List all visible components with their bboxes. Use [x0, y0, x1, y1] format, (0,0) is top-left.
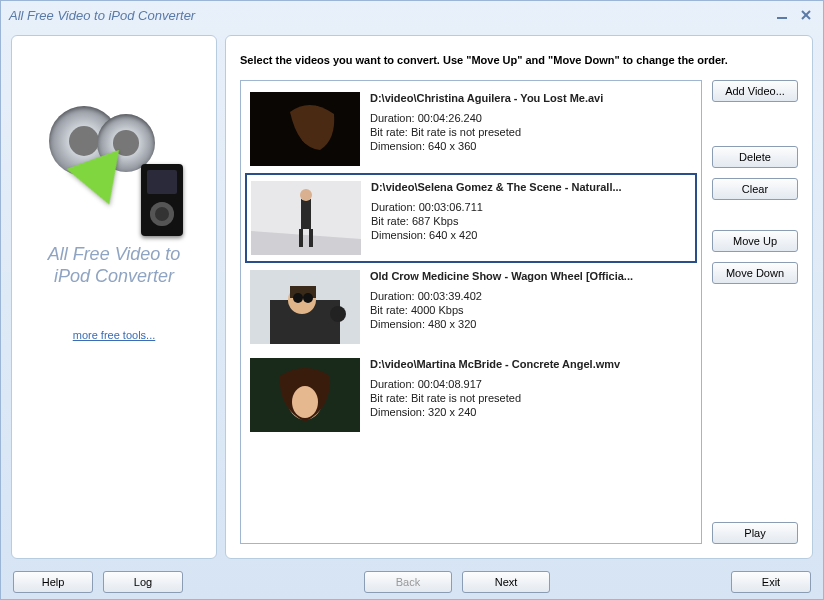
video-thumbnail: [250, 92, 360, 166]
video-list[interactable]: D:\video\Christina Aguilera - You Lost M…: [240, 80, 702, 544]
video-dimension: Dimension: 320 x 240: [370, 406, 692, 418]
video-bitrate: Bit rate: Bit rate is not preseted: [370, 126, 692, 138]
svg-point-20: [292, 386, 318, 418]
app-window: All Free Video to iPod Converter All Fre…: [0, 0, 824, 600]
video-bitrate: Bit rate: Bit rate is not preseted: [370, 392, 692, 404]
video-item[interactable]: D:\video\Selena Gomez & The Scene - Natu…: [245, 173, 697, 263]
next-button[interactable]: Next: [462, 571, 550, 593]
svg-rect-0: [777, 17, 787, 19]
video-duration: Duration: 00:03:39.402: [370, 290, 692, 302]
side-buttons: Add Video... Delete Clear Move Up Move D…: [712, 80, 798, 544]
video-item[interactable]: D:\video\Martina McBride - Concrete Ange…: [245, 351, 697, 439]
video-item[interactable]: D:\video\Christina Aguilera - You Lost M…: [245, 85, 697, 173]
move-down-button[interactable]: Move Down: [712, 262, 798, 284]
back-button[interactable]: Back: [364, 571, 452, 593]
app-logo-icon: [39, 96, 189, 236]
main-panel: Select the videos you want to convert. U…: [225, 35, 813, 559]
play-button[interactable]: Play: [712, 522, 798, 544]
help-button[interactable]: Help: [13, 571, 93, 593]
video-duration: Duration: 00:03:06.711: [371, 201, 691, 213]
video-title: D:\video\Christina Aguilera - You Lost M…: [370, 92, 692, 104]
clear-button[interactable]: Clear: [712, 178, 798, 200]
video-thumbnail: [250, 358, 360, 432]
svg-point-15: [293, 293, 303, 303]
video-title: Old Crow Medicine Show - Wagon Wheel [Of…: [370, 270, 692, 282]
titlebar: All Free Video to iPod Converter: [1, 1, 823, 29]
window-title: All Free Video to iPod Converter: [9, 8, 195, 23]
delete-button[interactable]: Delete: [712, 146, 798, 168]
app-name: All Free Video to iPod Converter: [48, 244, 181, 287]
close-icon[interactable]: [797, 7, 815, 23]
video-item[interactable]: Old Crow Medicine Show - Wagon Wheel [Of…: [245, 263, 697, 351]
video-title: D:\video\Martina McBride - Concrete Ange…: [370, 358, 692, 370]
minimize-icon[interactable]: [773, 7, 791, 23]
svg-point-16: [303, 293, 313, 303]
video-duration: Duration: 00:04:08.917: [370, 378, 692, 390]
svg-rect-9: [299, 229, 303, 247]
log-button[interactable]: Log: [103, 571, 183, 593]
instruction-text: Select the videos you want to convert. U…: [240, 54, 798, 66]
svg-point-17: [330, 306, 346, 322]
video-dimension: Dimension: 640 x 420: [371, 229, 691, 241]
video-thumbnail: [251, 181, 361, 255]
video-duration: Duration: 00:04:26.240: [370, 112, 692, 124]
video-dimension: Dimension: 640 x 360: [370, 140, 692, 152]
svg-point-8: [300, 189, 312, 201]
move-up-button[interactable]: Move Up: [712, 230, 798, 252]
video-dimension: Dimension: 480 x 320: [370, 318, 692, 330]
exit-button[interactable]: Exit: [731, 571, 811, 593]
video-thumbnail: [250, 270, 360, 344]
footer-bar: Help Log Back Next Exit: [1, 565, 823, 599]
more-tools-link[interactable]: more free tools...: [73, 329, 156, 341]
video-title: D:\video\Selena Gomez & The Scene - Natu…: [371, 181, 691, 193]
svg-rect-10: [309, 229, 313, 247]
svg-rect-7: [301, 199, 311, 229]
add-video-button[interactable]: Add Video...: [712, 80, 798, 102]
video-bitrate: Bit rate: 4000 Kbps: [370, 304, 692, 316]
sidebar-panel: All Free Video to iPod Converter more fr…: [11, 35, 217, 559]
video-bitrate: Bit rate: 687 Kbps: [371, 215, 691, 227]
